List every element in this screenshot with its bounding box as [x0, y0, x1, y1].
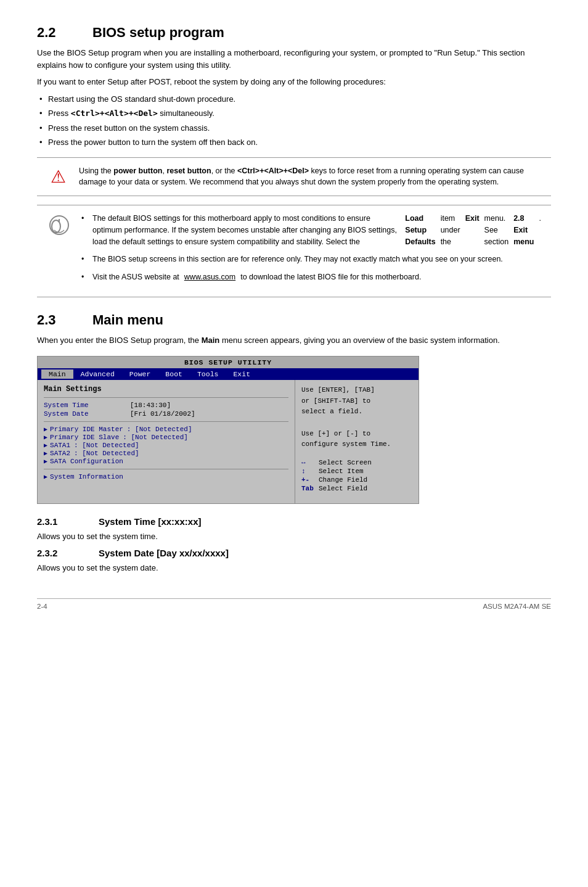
bios-divider-3	[44, 469, 288, 469]
section-232-desc: Allows you to set the system date.	[37, 562, 551, 574]
section-232: 2.3.2 System Date [Day xx/xx/xxxx] Allow…	[37, 548, 551, 574]
bios-label-system-time: System Time	[44, 402, 130, 409]
bios-arrow-4: ▶	[44, 450, 47, 457]
bios-screen: BIOS SETUP UTILITY Main Advanced Power B…	[37, 356, 419, 504]
section-232-title: System Date [Day xx/xx/xxxx]	[99, 548, 229, 558]
section-22-intro2: If you want to enter Setup after POST, r…	[37, 76, 551, 88]
section-23: 2.3 Main menu When you enter the BIOS Se…	[37, 312, 551, 574]
bios-arrow-5: ▶	[44, 458, 47, 465]
section-23-title: Main menu	[92, 312, 163, 328]
section-232-number: 2.3.2	[37, 548, 86, 558]
bios-menu-boot: Boot	[158, 369, 190, 379]
bios-legend-key-3: +-	[301, 476, 315, 484]
footer-product-name: ASUS M2A74-AM SE	[483, 603, 551, 610]
note-content: The default BIOS settings for this mothe…	[81, 213, 541, 289]
section-22-heading: 2.2 BIOS setup program	[37, 25, 551, 41]
bios-submenu-sata2: ▶ SATA2 : [Not Detected]	[44, 450, 288, 457]
ctrl-alt-del: <Ctrl>+<Alt>+<Del>	[71, 109, 158, 118]
bios-sub-value-2: : [Not Detected]	[123, 434, 188, 441]
bios-arrow-1: ▶	[44, 426, 47, 433]
bullet-4: Press the power button to turn the syste…	[37, 136, 551, 149]
bios-value-system-time: [18:43:30]	[130, 402, 171, 409]
bullet-3: Press the reset button on the system cha…	[37, 122, 551, 134]
section-22-bullets: Restart using the OS standard shut-down …	[37, 93, 551, 149]
bios-arrow-6: ▶	[44, 473, 47, 481]
bios-submenu-sata-config: ▶ SATA Configuration	[44, 458, 288, 465]
section-232-heading: 2.3.2 System Date [Day xx/xx/xxxx]	[37, 548, 551, 558]
section-22-intro1: Use the BIOS Setup program when you are …	[37, 47, 551, 71]
bios-sub-label-3: SATA1	[50, 442, 70, 449]
footer-page-number: 2-4	[37, 603, 47, 610]
page-footer: 2-4 ASUS M2A74-AM SE	[37, 598, 551, 610]
bios-menubar: Main Advanced Power Boot Tools Exit	[38, 368, 419, 380]
bios-menu-advanced: Advanced	[73, 369, 122, 379]
section-22-title: BIOS setup program	[92, 25, 224, 41]
bios-menu-exit: Exit	[226, 369, 258, 379]
bios-legend-desc-3: Change Field	[319, 476, 367, 484]
bios-sub-value-4: : [Not Detected]	[74, 450, 139, 457]
note-icon	[47, 214, 71, 241]
bios-legend-key-1: ↔	[301, 459, 315, 466]
bios-legend-row-1: ↔ Select Screen	[301, 459, 412, 466]
section-231-desc: Allows you to set the system time.	[37, 530, 551, 543]
bios-sub-label-5: SATA Configuration	[50, 458, 123, 465]
section-23-number: 2.3	[37, 312, 74, 328]
warning-box: ⚠ Using the power button, reset button, …	[37, 157, 551, 197]
bios-menu-main: Main	[41, 369, 73, 379]
section-23-heading: 2.3 Main menu	[37, 312, 551, 328]
bios-legend-key-2: ↕	[301, 468, 315, 475]
bios-submenu-primary-ide-master: ▶ Primary IDE Master : [Not Detected]	[44, 426, 288, 433]
bios-sidebar-help: Use [ENTER], [TAB]or [SHIFT-TAB] toselec…	[301, 385, 412, 450]
bios-arrow-3: ▶	[44, 442, 47, 449]
bios-legend: ↔ Select Screen ↕ Select Item +- Change …	[301, 459, 412, 492]
warning-icon: ⚠	[47, 167, 69, 187]
section-22-number: 2.2	[37, 25, 74, 41]
bios-submenu-primary-ide-slave: ▶ Primary IDE Slave : [Not Detected]	[44, 434, 288, 441]
warning-text: Using the power button, reset button, or…	[79, 165, 541, 189]
section-231-title: System Time [xx:xx:xx]	[99, 516, 201, 527]
section-231: 2.3.1 System Time [xx:xx:xx] Allows you …	[37, 516, 551, 543]
bios-legend-desc-2: Select Item	[319, 468, 364, 475]
bios-legend-row-4: Tab Select Field	[301, 485, 412, 492]
bios-divider-2	[44, 421, 288, 422]
note-item-3: Visit the ASUS website at www.asus.com t…	[81, 271, 541, 283]
bios-submenu-system-info: ▶ System Information	[44, 473, 288, 481]
bios-divider-1	[44, 397, 288, 398]
bios-legend-row-2: ↕ Select Item	[301, 468, 412, 475]
bios-submenu-sata1: ▶ SATA1 : [Not Detected]	[44, 442, 288, 449]
bios-titlebar: BIOS SETUP UTILITY	[38, 357, 419, 368]
bios-main-panel: Main Settings System Time [18:43:30] Sys…	[38, 380, 295, 503]
bios-sub-value-3: : [Not Detected]	[74, 442, 139, 449]
section-231-number: 2.3.1	[37, 516, 86, 527]
bios-main-settings-label: Main Settings	[44, 385, 288, 394]
bios-sub-label-1: Primary IDE Master	[50, 426, 123, 433]
bullet-2: Press <Ctrl>+<Alt>+<Del> simultaneously.	[37, 107, 551, 120]
bios-sidebar: Use [ENTER], [TAB]or [SHIFT-TAB] toselec…	[295, 380, 419, 503]
bios-value-system-date: [Fri 01/18/2002]	[130, 410, 195, 418]
bios-help-line1: Use [ENTER], [TAB]or [SHIFT-TAB] toselec…	[301, 386, 391, 448]
bios-legend-row-3: +- Change Field	[301, 476, 412, 484]
note-box: The default BIOS settings for this mothe…	[37, 205, 551, 297]
bios-row-system-date: System Date [Fri 01/18/2002]	[44, 410, 288, 418]
bios-body: Main Settings System Time [18:43:30] Sys…	[38, 380, 419, 503]
bullet-1: Restart using the OS standard shut-down …	[37, 93, 551, 105]
note-item-2: The BIOS setup screens in this section a…	[81, 254, 541, 265]
bios-menu-tools: Tools	[190, 369, 226, 379]
bios-row-system-time: System Time [18:43:30]	[44, 402, 288, 409]
section-22: 2.2 BIOS setup program Use the BIOS Setu…	[37, 25, 551, 297]
bios-sub-value-1: : [Not Detected]	[127, 426, 192, 433]
bios-arrow-2: ▶	[44, 434, 47, 441]
bios-sub-label-2: Primary IDE Slave	[50, 434, 119, 441]
bios-label-system-date: System Date	[44, 410, 130, 418]
section-231-heading: 2.3.1 System Time [xx:xx:xx]	[37, 516, 551, 527]
bios-sub-label-6: System Information	[50, 473, 123, 481]
bios-legend-desc-1: Select Screen	[319, 459, 372, 466]
bios-legend-desc-4: Select Field	[319, 485, 367, 492]
note-svg-icon	[48, 214, 70, 236]
bios-sub-label-4: SATA2	[50, 450, 70, 457]
bios-menu-power: Power	[122, 369, 158, 379]
section-23-intro: When you enter the BIOS Setup program, t…	[37, 334, 551, 347]
bios-legend-key-4: Tab	[301, 485, 315, 492]
note-item-1: The default BIOS settings for this mothe…	[81, 213, 541, 247]
